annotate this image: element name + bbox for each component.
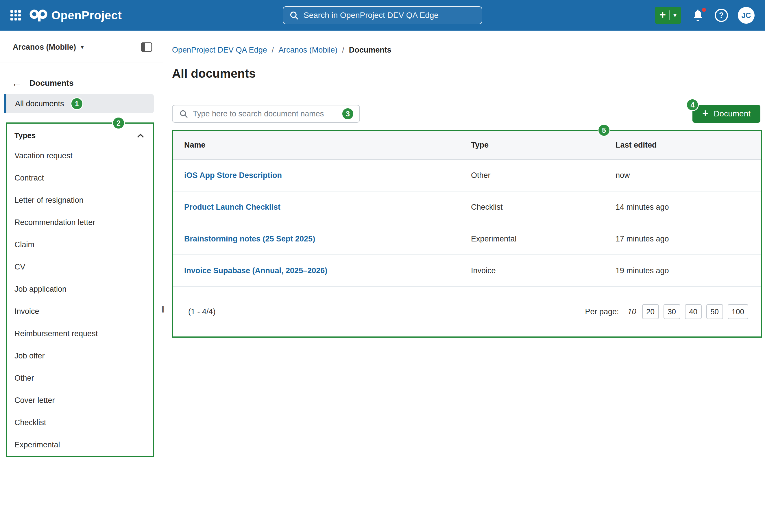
per-page-controls: Per page: 10 20 30 40 50 — [585, 304, 748, 319]
document-last-edited: 19 minutes ago — [615, 266, 761, 275]
global-search[interactable] — [283, 6, 482, 24]
sidebar-type-item[interactable]: CV — [7, 256, 153, 278]
per-page-options: 10 20 30 40 50 100 — [626, 304, 748, 319]
document-type: Invoice — [471, 266, 615, 275]
sidebar-type-item[interactable]: Claim — [7, 234, 153, 256]
notification-dot — [701, 7, 707, 13]
apps-grid-button[interactable] — [10, 10, 21, 21]
annotation-badge-3: 3 — [342, 108, 354, 120]
sidebar-type-item[interactable]: Vacation request — [7, 145, 153, 167]
controls-row: 3 4 + Document — [172, 105, 762, 123]
document-search-input[interactable] — [193, 110, 353, 119]
chevron-down-icon: ▾ — [673, 12, 676, 19]
document-link[interactable]: iOS App Store Description — [184, 171, 282, 180]
sidebar-type-item[interactable]: Other — [7, 367, 153, 389]
per-page-label: Per page: — [585, 307, 619, 316]
types-section-header[interactable]: Types — [7, 124, 153, 145]
per-page-option[interactable]: 40 — [685, 304, 702, 319]
new-document-button[interactable]: + Document — [692, 105, 760, 123]
breadcrumb-project[interactable]: Arcanos (Mobile) — [279, 46, 338, 55]
sidebar-type-item[interactable]: Recommendation letter — [7, 211, 153, 234]
global-search-input[interactable] — [304, 11, 476, 20]
all-documents-label: All documents — [15, 99, 64, 108]
document-search[interactable]: 3 — [172, 105, 360, 123]
sidebar-type-item[interactable]: Invoice — [7, 300, 153, 323]
document-last-edited: 14 minutes ago — [615, 203, 761, 212]
sidebar-type-item[interactable]: Job application — [7, 278, 153, 300]
sidebar-type-item[interactable]: Reimbursement request — [7, 323, 153, 345]
column-header-last-edited[interactable]: Last edited — [615, 140, 761, 149]
annotation-badge-1: 1 — [71, 97, 83, 110]
topbar-actions: + ▾ ? JC — [655, 7, 755, 24]
per-page-option[interactable]: 100 — [728, 304, 748, 319]
document-type: Other — [471, 171, 615, 180]
project-name: Arcanos (Mobile) — [13, 43, 76, 52]
breadcrumb-project-root[interactable]: OpenProject DEV QA Edge — [172, 46, 267, 55]
annotation-badge-2: 2 — [112, 117, 125, 130]
sidebar-resize-handle[interactable]: ‖ — [159, 302, 167, 317]
user-avatar[interactable]: JC — [738, 7, 755, 24]
documents-menu-header: ← Documents — [0, 75, 163, 91]
document-type: Experimental — [471, 234, 615, 243]
document-link[interactable]: Invoice Supabase (Annual, 2025–2026) — [184, 266, 327, 275]
project-selector[interactable]: Arcanos (Mobile) ▾ — [0, 31, 163, 62]
document-last-edited: 17 minutes ago — [615, 234, 761, 243]
annotation-badge-5: 5 — [598, 124, 610, 136]
breadcrumb-current: Documents — [349, 46, 391, 55]
help-icon: ? — [715, 9, 728, 22]
openproject-logo[interactable]: OpenProject — [30, 8, 122, 23]
column-header-name[interactable]: Name — [173, 140, 471, 149]
sidebar-type-item[interactable]: Experimental — [7, 434, 153, 456]
sidebar-item-all-documents[interactable]: All documents 1 — [4, 94, 154, 113]
quick-add-button[interactable]: + ▾ — [655, 7, 681, 24]
table-row: Product Launch Checklist Checklist 14 mi… — [173, 191, 761, 223]
per-page-option[interactable]: 20 — [642, 304, 659, 319]
notifications-button[interactable] — [691, 8, 705, 22]
logo-text: OpenProject — [51, 9, 122, 22]
breadcrumb-separator: / — [342, 46, 344, 55]
type-list: Vacation request Contract Letter of resi… — [7, 145, 153, 456]
document-type: Checklist — [471, 203, 615, 212]
table-body: iOS App Store Description Other now Prod… — [173, 160, 761, 287]
split-divider — [669, 10, 670, 20]
sidebar-type-item[interactable]: Letter of resignation — [7, 189, 153, 211]
chevron-down-icon: ▾ — [81, 43, 84, 51]
main-content: OpenProject DEV QA Edge / Arcanos (Mobil… — [163, 31, 765, 532]
table-row: Invoice Supabase (Annual, 2025–2026) Inv… — [173, 255, 761, 287]
types-label: Types — [14, 131, 36, 140]
sidebar-type-item[interactable]: Checklist — [7, 411, 153, 434]
document-last-edited: now — [615, 171, 761, 180]
per-page-option[interactable]: 10 — [626, 304, 637, 319]
new-document-label: Document — [714, 109, 751, 119]
sidebar: Arcanos (Mobile) ▾ ← Documents All docum… — [0, 31, 163, 532]
title-divider — [172, 93, 762, 93]
collapse-sidebar-icon — [141, 42, 152, 52]
menu-title: Documents — [30, 79, 73, 88]
top-navigation-bar: OpenProject + ▾ ? JC — [0, 0, 765, 31]
per-page-option[interactable]: 30 — [663, 304, 680, 319]
document-link[interactable]: Product Launch Checklist — [184, 203, 281, 211]
page-title: All documents — [172, 67, 762, 81]
collapse-sidebar-button[interactable] — [141, 42, 152, 52]
table-header-row: Name Type Last edited — [173, 131, 761, 160]
breadcrumb-separator: / — [272, 46, 274, 55]
search-icon — [289, 10, 299, 20]
documents-table-annotation-box: 5 Name Type Last edited iOS App Store De… — [172, 130, 762, 338]
pagination-range: (1 - 4/4) — [188, 307, 216, 316]
help-button[interactable]: ? — [715, 9, 728, 22]
sidebar-type-item[interactable]: Cover letter — [7, 389, 153, 411]
types-annotation-box: 2 Types Vacation request Contract Letter… — [6, 123, 154, 457]
sidebar-type-item[interactable]: Job offer — [7, 345, 153, 367]
column-header-type[interactable]: Type — [471, 140, 615, 149]
table-row: iOS App Store Description Other now — [173, 160, 761, 191]
table-row: Brainstorming notes (25 Sept 2025) Exper… — [173, 223, 761, 255]
document-link[interactable]: Brainstorming notes (25 Sept 2025) — [184, 234, 315, 243]
chevron-up-icon — [137, 133, 144, 140]
per-page-option[interactable]: 50 — [706, 304, 723, 319]
plus-icon: + — [702, 108, 708, 119]
back-arrow-icon[interactable]: ← — [12, 78, 22, 88]
breadcrumb: OpenProject DEV QA Edge / Arcanos (Mobil… — [172, 46, 762, 55]
sidebar-type-item[interactable]: Contract — [7, 167, 153, 189]
new-document-wrap: 4 + Document — [692, 105, 760, 123]
grid-icon — [10, 10, 21, 21]
